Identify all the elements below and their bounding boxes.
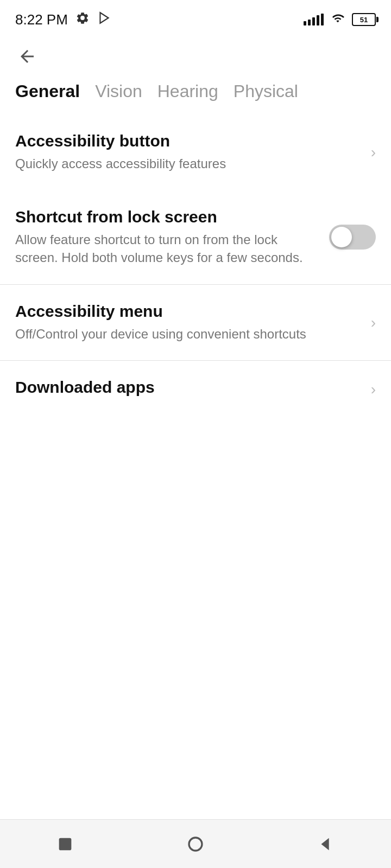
tab-vision[interactable]: Vision <box>95 81 151 101</box>
tabs-row: General Vision Hearing Physical <box>0 73 391 114</box>
tab-hearing[interactable]: Hearing <box>157 81 227 101</box>
signal-bars-icon <box>304 14 324 25</box>
nav-circle-button[interactable] <box>174 828 217 860</box>
status-bar: 8:22 PM 51 <box>0 0 391 35</box>
svg-point-2 <box>189 838 202 851</box>
play-icon <box>97 11 111 29</box>
accessibility-button-item[interactable]: Accessibility button Quickly access acce… <box>0 114 391 190</box>
toggle-knob <box>331 227 352 247</box>
navigation-bar <box>0 819 391 868</box>
status-icons-group: 51 <box>304 12 376 27</box>
gear-icon <box>75 11 90 29</box>
downloaded-apps-chevron-icon: › <box>371 381 376 398</box>
accessibility-button-chevron-icon: › <box>371 144 376 161</box>
time-text: 8:22 PM <box>15 11 68 28</box>
accessibility-menu-content: Accessibility menu Off/Control your devi… <box>15 302 371 343</box>
accessibility-button-content: Accessibility button Quickly access acce… <box>15 132 371 173</box>
shortcut-lock-screen-item[interactable]: Shortcut from lock screen Allow feature … <box>0 190 391 284</box>
wifi-icon <box>330 12 345 27</box>
battery-icon: 51 <box>352 13 376 26</box>
back-button[interactable] <box>15 44 39 68</box>
shortcut-lock-screen-content: Shortcut from lock screen Allow feature … <box>15 208 329 267</box>
downloaded-apps-title: Downloaded apps <box>15 378 360 397</box>
accessibility-menu-title: Accessibility menu <box>15 302 360 321</box>
shortcut-lock-screen-desc: Allow feature shortcut to turn on from t… <box>15 231 318 267</box>
accessibility-button-title: Accessibility button <box>15 132 360 150</box>
shortcut-lock-screen-toggle[interactable] <box>329 225 376 250</box>
downloaded-apps-item[interactable]: Downloaded apps › <box>0 361 391 418</box>
battery-level: 51 <box>360 16 368 24</box>
accessibility-menu-chevron-icon: › <box>371 314 376 331</box>
accessibility-menu-item[interactable]: Accessibility menu Off/Control your devi… <box>0 285 391 361</box>
svg-marker-3 <box>321 838 329 850</box>
shortcut-toggle-container <box>329 225 376 250</box>
nav-back-button[interactable] <box>304 828 348 860</box>
downloaded-apps-content: Downloaded apps <box>15 378 371 401</box>
status-time-group: 8:22 PM <box>15 11 111 29</box>
back-row <box>0 35 391 73</box>
nav-square-button[interactable] <box>43 828 87 860</box>
svg-marker-0 <box>100 12 108 23</box>
shortcut-lock-screen-title: Shortcut from lock screen <box>15 208 318 226</box>
accessibility-button-desc: Quickly access accessibility features <box>15 155 360 173</box>
tab-general[interactable]: General <box>15 81 89 101</box>
tab-physical[interactable]: Physical <box>234 81 307 101</box>
accessibility-menu-desc: Off/Control your device using convenient… <box>15 325 360 343</box>
svg-rect-1 <box>59 838 72 850</box>
